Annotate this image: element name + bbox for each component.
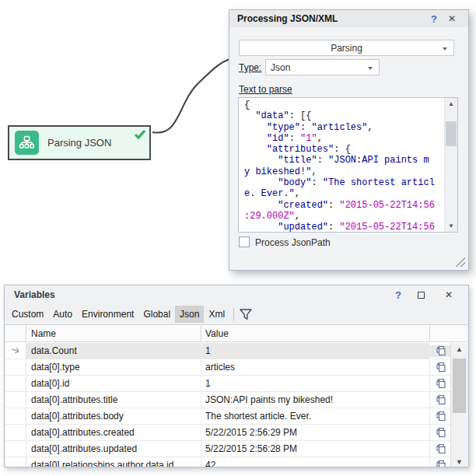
processing-json-xml-dialog: Processing JSON/XML ? ✕ Parsing Type: Js…	[229, 9, 469, 271]
copy-icon[interactable]	[430, 345, 450, 357]
row-name: data[0].type	[26, 359, 201, 375]
scroll-up-icon[interactable]: ▲	[445, 98, 457, 110]
maximize-button[interactable]	[418, 292, 425, 299]
variables-panel: Variables ? ✕ CustomAutoEnvironmentGloba…	[4, 285, 469, 467]
focused-row-arrow-icon	[9, 344, 22, 358]
type-dropdown-value: Json	[271, 62, 290, 73]
code-line: "data": [{	[244, 110, 443, 121]
code-line: "type": "articles",	[244, 122, 443, 133]
dialog-titlebar: Processing JSON/XML ? ✕	[229, 10, 468, 27]
row-value: 5/22/2015 2:56:28 PM	[201, 441, 430, 457]
tab-custom[interactable]: Custom	[7, 306, 48, 323]
table-row[interactable]: data[0].typearticles	[5, 359, 469, 376]
row-indicator	[5, 376, 26, 391]
table-row[interactable]: data[0].attributes.bodyThe shortest arti…	[5, 408, 469, 425]
text-to-parse-input[interactable]: { "data": [{ "type": "articles", "id": "…	[238, 97, 458, 233]
dialog-title: Processing JSON/XML	[237, 13, 431, 24]
copy-icon[interactable]	[430, 394, 450, 406]
row-indicator	[5, 425, 26, 440]
scrollbar-thumb[interactable]	[446, 121, 457, 146]
scroll-down-icon[interactable]: ▼	[445, 220, 457, 232]
action-dropdown-value: Parsing	[331, 43, 362, 54]
text-to-parse-label: Text to parse	[239, 84, 292, 95]
row-name: data[0].attributes.body	[26, 408, 201, 424]
close-button[interactable]: ✕	[448, 13, 456, 24]
table-row[interactable]: data.Count1	[5, 343, 469, 359]
table-row[interactable]: data[0].attributes.titleJSON:API paints …	[5, 392, 469, 408]
grid-rows: data.Count1data[0].typearticlesdata[0].i…	[5, 343, 469, 467]
resize-grip[interactable]	[455, 257, 465, 267]
json-code: { "data": [{ "type": "articles", "id": "…	[244, 100, 443, 233]
type-label: Type:	[239, 62, 261, 73]
column-header-name[interactable]: Name	[26, 325, 201, 341]
copy-icon[interactable]	[430, 443, 450, 455]
table-row[interactable]: data[0].attributes.updated5/22/2015 2:56…	[5, 441, 469, 457]
scroll-down-icon[interactable]: ▼	[451, 457, 467, 467]
variables-title: Variables	[14, 289, 395, 300]
process-jsonpath-checkbox[interactable]	[239, 236, 250, 247]
tab-environment[interactable]: Environment	[77, 306, 138, 323]
code-line: "attributes": {	[244, 144, 443, 155]
row-value: JSON:API paints my bikeshed!	[201, 392, 430, 408]
row-value: 1	[201, 343, 430, 359]
filter-funnel-icon[interactable]	[240, 309, 252, 320]
code-line: "created": "2015-05-22T14:56	[244, 200, 443, 211]
tab-auto[interactable]: Auto	[48, 306, 77, 323]
column-header-value[interactable]: Value	[201, 325, 430, 341]
grid-header: Name Value	[5, 325, 469, 342]
variables-titlebar: Variables ? ✕	[5, 285, 468, 304]
copy-icon[interactable]	[430, 362, 450, 373]
row-value: The shortest article. Ever.	[201, 408, 430, 424]
code-line: y bikeshed!",	[244, 166, 443, 177]
tab-xml[interactable]: Xml	[204, 306, 229, 323]
table-row[interactable]: data[0].attributes.created5/22/2015 2:56…	[5, 425, 469, 441]
row-value: 42	[201, 457, 430, 467]
row-name: data.Count	[26, 343, 201, 359]
row-indicator-header	[5, 325, 26, 341]
row-name: data[0].attributes.created	[26, 425, 201, 440]
copy-icon[interactable]	[430, 427, 450, 439]
grid-edge-strip	[467, 325, 469, 467]
node-label: Parsing JSON	[47, 137, 111, 149]
variables-tabs: CustomAutoEnvironmentGlobalJsonXml	[5, 304, 468, 324]
row-value: 5/22/2015 2:56:29 PM	[201, 425, 430, 440]
sitemap-icon	[15, 131, 39, 155]
tab-json[interactable]: Json	[175, 306, 204, 323]
code-line: e. Ever.",	[244, 188, 443, 199]
variables-grid: Name Value data.Count1data[0].typearticl…	[5, 324, 469, 467]
table-row[interactable]: data[0].id1	[5, 376, 469, 392]
row-value: 1	[201, 376, 430, 391]
row-name: data[0].relationships.author.data.id	[26, 457, 201, 467]
code-line: "id": "1",	[244, 133, 443, 144]
tab-separator	[233, 308, 234, 321]
row-value: articles	[201, 359, 430, 375]
scrollbar-thumb[interactable]	[453, 359, 466, 413]
row-indicator	[5, 359, 26, 375]
textarea-scrollbar[interactable]: ▲ ▼	[444, 98, 457, 232]
process-jsonpath-label: Process JsonPath	[255, 237, 331, 248]
scroll-up-icon[interactable]: ▲	[451, 344, 467, 355]
copy-icon[interactable]	[430, 411, 450, 422]
help-button[interactable]: ?	[431, 13, 437, 25]
row-indicator	[5, 457, 26, 467]
help-button[interactable]: ?	[395, 289, 401, 301]
close-button[interactable]: ✕	[445, 289, 453, 300]
type-dropdown[interactable]: Json	[265, 59, 380, 75]
copy-icon[interactable]	[430, 378, 450, 390]
chevron-down-icon	[443, 47, 447, 51]
row-name: data[0].id	[26, 376, 201, 391]
code-line: :29.000Z",	[244, 211, 443, 222]
code-line: "title": "JSON:API paints m	[244, 155, 443, 166]
success-check-icon	[135, 130, 145, 139]
row-indicator	[5, 392, 26, 408]
row-indicator	[5, 408, 26, 424]
row-name: data[0].attributes.title	[26, 392, 201, 408]
tab-global[interactable]: Global	[138, 306, 175, 323]
row-indicator	[5, 441, 26, 457]
copy-icon[interactable]	[430, 460, 450, 468]
workflow-node-parsing-json[interactable]: Parsing JSON	[8, 125, 151, 160]
code-line: "body": "The shortest articl	[244, 177, 443, 188]
grid-scrollbar[interactable]: ▲ ▼	[450, 343, 467, 467]
action-dropdown[interactable]: Parsing	[239, 40, 454, 56]
table-row[interactable]: data[0].relationships.author.data.id42	[5, 457, 469, 467]
